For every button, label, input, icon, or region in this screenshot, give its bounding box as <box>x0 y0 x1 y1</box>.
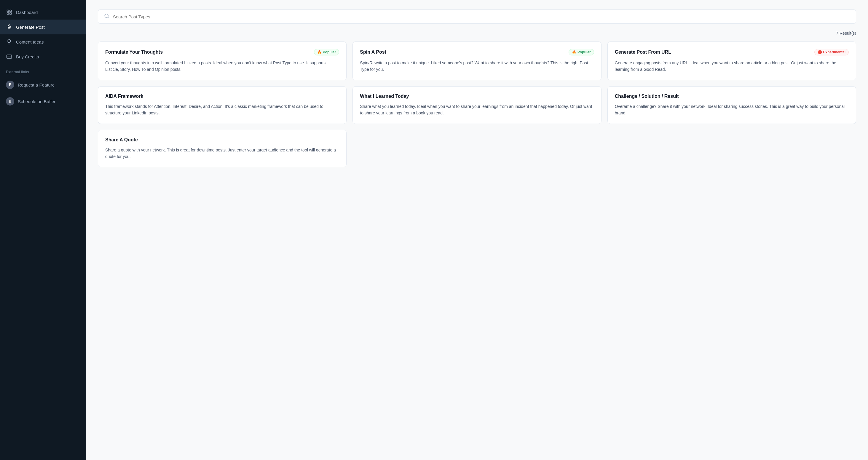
card-description: Overame a challenge? Share it with your … <box>615 103 849 117</box>
svg-line-8 <box>107 17 108 18</box>
card-aida-framework[interactable]: AIDA Framework This framework stands for… <box>98 86 346 124</box>
card-header: What I Learned Today <box>360 94 594 99</box>
card-description: Share a quote with your network. This is… <box>105 147 339 160</box>
avatar-f: F <box>6 81 14 89</box>
card-title: AIDA Framework <box>105 94 143 99</box>
sidebar-item-request-feature-label: Request a Feature <box>18 83 55 87</box>
svg-rect-2 <box>7 13 9 14</box>
search-bar <box>98 9 856 24</box>
search-input[interactable] <box>113 14 850 19</box>
sidebar-item-buy-credits[interactable]: Buy Credits <box>0 49 86 64</box>
card-formulate-thoughts[interactable]: Formulate Your Thoughts 🔥 Popular Conver… <box>98 41 346 80</box>
sidebar-item-dashboard-label: Dashboard <box>16 10 38 15</box>
sidebar-item-dashboard[interactable]: Dashboard <box>0 5 86 20</box>
card-share-quote[interactable]: Share A Quote Share a quote with your ne… <box>98 130 346 167</box>
svg-point-4 <box>9 27 9 28</box>
card-description: This framework stands for Attention, Int… <box>105 103 339 117</box>
card-header: Generate Post From URL 🔴 Experimental <box>615 49 849 55</box>
card-title: Generate Post From URL <box>615 50 671 55</box>
sidebar-item-buy-credits-label: Buy Credits <box>16 54 39 59</box>
card-description: Convert your thoughts into well formulat… <box>105 60 339 73</box>
cards-grid: Formulate Your Thoughts 🔥 Popular Conver… <box>98 41 856 167</box>
card-header: Share A Quote <box>105 137 339 143</box>
card-generate-post-url[interactable]: Generate Post From URL 🔴 Experimental Ge… <box>608 41 856 80</box>
external-links-label: External links <box>0 64 86 76</box>
results-count: 7 Result(s) <box>98 31 856 36</box>
card-challenge-solution[interactable]: Challenge / Solution / Result Overame a … <box>608 86 856 124</box>
card-description: Share what you learned today. Ideal when… <box>360 103 594 117</box>
sidebar-nav: Dashboard Generate Post Content Ideas <box>0 0 86 114</box>
svg-rect-3 <box>10 13 11 14</box>
badge-popular: 🔥 Popular <box>314 49 339 55</box>
svg-rect-1 <box>10 10 11 12</box>
card-spin-a-post[interactable]: Spin A Post 🔥 Popular Spin/Rewrite a pos… <box>352 41 601 80</box>
sidebar-item-generate-post[interactable]: Generate Post <box>0 20 86 34</box>
svg-rect-0 <box>7 10 9 12</box>
card-title: Challenge / Solution / Result <box>615 94 679 99</box>
card-title: Spin A Post <box>360 50 386 55</box>
svg-point-7 <box>105 14 108 18</box>
search-icon <box>104 13 110 20</box>
badge-popular: 🔥 Popular <box>568 49 594 55</box>
card-header: AIDA Framework <box>105 94 339 99</box>
sidebar-item-content-ideas-label: Content Ideas <box>16 39 43 44</box>
sidebar-item-schedule-buffer-label: Schedule on Buffer <box>18 99 56 104</box>
svg-rect-5 <box>7 55 12 58</box>
sidebar-item-schedule-buffer[interactable]: B Schedule on Buffer <box>0 93 86 110</box>
sidebar: Dashboard Generate Post Content Ideas <box>0 0 86 460</box>
card-title: Formulate Your Thoughts <box>105 50 163 55</box>
sidebar-item-generate-post-label: Generate Post <box>16 25 45 30</box>
avatar-b: B <box>6 97 14 105</box>
sidebar-item-content-ideas[interactable]: Content Ideas <box>0 34 86 49</box>
badge-experimental: 🔴 Experimental <box>814 49 849 55</box>
card-header: Formulate Your Thoughts 🔥 Popular <box>105 49 339 55</box>
card-what-i-learned[interactable]: What I Learned Today Share what you lear… <box>352 86 601 124</box>
card-description: Generate engaging posts from any URL. Id… <box>615 60 849 73</box>
grid-icon <box>6 9 12 16</box>
card-header: Spin A Post 🔥 Popular <box>360 49 594 55</box>
sidebar-item-request-feature[interactable]: F Request a Feature <box>0 76 86 93</box>
card-header: Challenge / Solution / Result <box>615 94 849 99</box>
card-title: What I Learned Today <box>360 94 409 99</box>
card-description: Spin/Rewrite a post to make it unique. L… <box>360 60 594 73</box>
card-icon <box>6 53 12 60</box>
bulb-icon <box>6 38 12 45</box>
rocket-icon <box>6 24 12 30</box>
card-title: Share A Quote <box>105 137 138 143</box>
main-content: 7 Result(s) Formulate Your Thoughts 🔥 Po… <box>86 0 868 460</box>
